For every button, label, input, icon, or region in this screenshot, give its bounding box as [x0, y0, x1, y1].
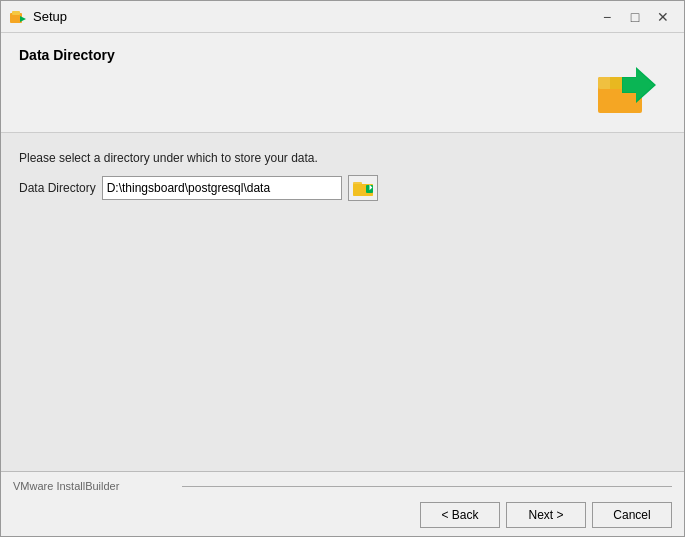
window-icon [9, 8, 27, 26]
browse-button[interactable] [348, 175, 378, 201]
cancel-button[interactable]: Cancel [592, 502, 672, 528]
footer: VMware InstallBuilder < Back Next > Canc… [1, 471, 684, 536]
form-row: Data Directory [19, 175, 666, 201]
title-bar: Setup − □ ✕ [1, 1, 684, 33]
next-button[interactable]: Next > [506, 502, 586, 528]
setup-window: Setup − □ ✕ Data Directory [0, 0, 685, 537]
brand-label: VMware InstallBuilder [13, 480, 176, 492]
minimize-button[interactable]: − [594, 6, 620, 28]
page-title: Data Directory [19, 47, 586, 63]
setup-icon [594, 49, 666, 121]
window-controls: − □ ✕ [594, 6, 676, 28]
svg-rect-5 [610, 77, 622, 89]
header-text: Data Directory [19, 47, 586, 67]
restore-button[interactable]: □ [622, 6, 648, 28]
folder-icon [352, 179, 374, 197]
svg-rect-1 [12, 11, 20, 15]
description-text: Please select a directory under which to… [19, 151, 666, 165]
data-directory-input[interactable] [102, 176, 342, 200]
window-title: Setup [33, 9, 594, 24]
header-section: Data Directory [1, 33, 684, 133]
footer-buttons: < Back Next > Cancel [13, 502, 672, 528]
form-label: Data Directory [19, 181, 96, 195]
back-button[interactable]: < Back [420, 502, 500, 528]
close-button[interactable]: ✕ [650, 6, 676, 28]
header-icon-area [586, 47, 666, 122]
svg-marker-2 [20, 16, 26, 22]
main-content: Please select a directory under which to… [1, 133, 684, 471]
content-area: Data Directory Please select a [1, 33, 684, 536]
